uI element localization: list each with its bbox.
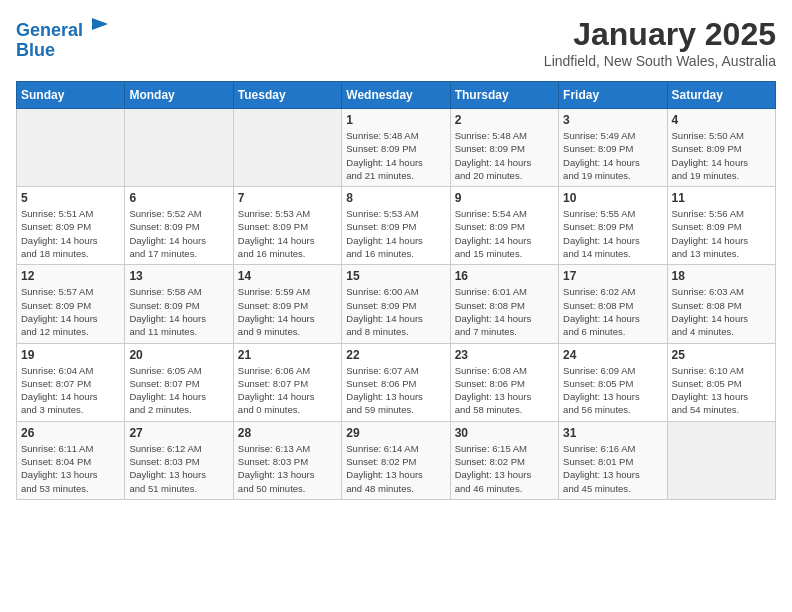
day-info: Sunrise: 5:53 AM Sunset: 8:09 PM Dayligh… [238, 207, 337, 260]
day-info: Sunrise: 6:11 AM Sunset: 8:04 PM Dayligh… [21, 442, 120, 495]
month-title: January 2025 [544, 16, 776, 53]
day-info: Sunrise: 6:14 AM Sunset: 8:02 PM Dayligh… [346, 442, 445, 495]
day-cell: 19Sunrise: 6:04 AM Sunset: 8:07 PM Dayli… [17, 343, 125, 421]
day-cell: 12Sunrise: 5:57 AM Sunset: 8:09 PM Dayli… [17, 265, 125, 343]
col-thursday: Thursday [450, 82, 558, 109]
col-monday: Monday [125, 82, 233, 109]
day-number: 22 [346, 348, 445, 362]
week-row-2: 12Sunrise: 5:57 AM Sunset: 8:09 PM Dayli… [17, 265, 776, 343]
day-info: Sunrise: 6:09 AM Sunset: 8:05 PM Dayligh… [563, 364, 662, 417]
day-cell [125, 109, 233, 187]
day-number: 3 [563, 113, 662, 127]
day-cell: 6Sunrise: 5:52 AM Sunset: 8:09 PM Daylig… [125, 187, 233, 265]
day-cell: 28Sunrise: 6:13 AM Sunset: 8:03 PM Dayli… [233, 421, 341, 499]
day-cell: 7Sunrise: 5:53 AM Sunset: 8:09 PM Daylig… [233, 187, 341, 265]
day-cell: 25Sunrise: 6:10 AM Sunset: 8:05 PM Dayli… [667, 343, 775, 421]
day-cell: 4Sunrise: 5:50 AM Sunset: 8:09 PM Daylig… [667, 109, 775, 187]
svg-marker-0 [92, 18, 108, 30]
day-number: 25 [672, 348, 771, 362]
day-info: Sunrise: 6:02 AM Sunset: 8:08 PM Dayligh… [563, 285, 662, 338]
day-info: Sunrise: 6:10 AM Sunset: 8:05 PM Dayligh… [672, 364, 771, 417]
day-info: Sunrise: 6:08 AM Sunset: 8:06 PM Dayligh… [455, 364, 554, 417]
day-cell: 5Sunrise: 5:51 AM Sunset: 8:09 PM Daylig… [17, 187, 125, 265]
day-info: Sunrise: 5:49 AM Sunset: 8:09 PM Dayligh… [563, 129, 662, 182]
logo: General Blue [16, 16, 110, 61]
day-info: Sunrise: 5:51 AM Sunset: 8:09 PM Dayligh… [21, 207, 120, 260]
day-number: 30 [455, 426, 554, 440]
day-cell: 18Sunrise: 6:03 AM Sunset: 8:08 PM Dayli… [667, 265, 775, 343]
day-cell: 22Sunrise: 6:07 AM Sunset: 8:06 PM Dayli… [342, 343, 450, 421]
day-cell: 26Sunrise: 6:11 AM Sunset: 8:04 PM Dayli… [17, 421, 125, 499]
day-info: Sunrise: 6:15 AM Sunset: 8:02 PM Dayligh… [455, 442, 554, 495]
day-info: Sunrise: 5:59 AM Sunset: 8:09 PM Dayligh… [238, 285, 337, 338]
day-cell: 11Sunrise: 5:56 AM Sunset: 8:09 PM Dayli… [667, 187, 775, 265]
week-row-4: 26Sunrise: 6:11 AM Sunset: 8:04 PM Dayli… [17, 421, 776, 499]
col-friday: Friday [559, 82, 667, 109]
day-cell: 10Sunrise: 5:55 AM Sunset: 8:09 PM Dayli… [559, 187, 667, 265]
day-number: 13 [129, 269, 228, 283]
day-number: 24 [563, 348, 662, 362]
page-header: General Blue January 2025 Lindfield, New… [16, 16, 776, 69]
day-info: Sunrise: 6:06 AM Sunset: 8:07 PM Dayligh… [238, 364, 337, 417]
day-cell [233, 109, 341, 187]
day-cell: 14Sunrise: 5:59 AM Sunset: 8:09 PM Dayli… [233, 265, 341, 343]
logo-blue: Blue [16, 40, 55, 60]
week-row-0: 1Sunrise: 5:48 AM Sunset: 8:09 PM Daylig… [17, 109, 776, 187]
day-number: 9 [455, 191, 554, 205]
col-saturday: Saturday [667, 82, 775, 109]
title-block: January 2025 Lindfield, New South Wales,… [544, 16, 776, 69]
day-cell: 16Sunrise: 6:01 AM Sunset: 8:08 PM Dayli… [450, 265, 558, 343]
day-info: Sunrise: 6:07 AM Sunset: 8:06 PM Dayligh… [346, 364, 445, 417]
day-cell: 9Sunrise: 5:54 AM Sunset: 8:09 PM Daylig… [450, 187, 558, 265]
day-cell: 21Sunrise: 6:06 AM Sunset: 8:07 PM Dayli… [233, 343, 341, 421]
day-number: 5 [21, 191, 120, 205]
day-number: 18 [672, 269, 771, 283]
week-row-1: 5Sunrise: 5:51 AM Sunset: 8:09 PM Daylig… [17, 187, 776, 265]
day-cell: 15Sunrise: 6:00 AM Sunset: 8:09 PM Dayli… [342, 265, 450, 343]
day-info: Sunrise: 5:57 AM Sunset: 8:09 PM Dayligh… [21, 285, 120, 338]
col-wednesday: Wednesday [342, 82, 450, 109]
calendar-header: Sunday Monday Tuesday Wednesday Thursday… [17, 82, 776, 109]
day-number: 17 [563, 269, 662, 283]
day-info: Sunrise: 6:13 AM Sunset: 8:03 PM Dayligh… [238, 442, 337, 495]
day-number: 2 [455, 113, 554, 127]
day-info: Sunrise: 6:04 AM Sunset: 8:07 PM Dayligh… [21, 364, 120, 417]
day-cell: 24Sunrise: 6:09 AM Sunset: 8:05 PM Dayli… [559, 343, 667, 421]
calendar-body: 1Sunrise: 5:48 AM Sunset: 8:09 PM Daylig… [17, 109, 776, 500]
col-tuesday: Tuesday [233, 82, 341, 109]
day-number: 31 [563, 426, 662, 440]
header-row: Sunday Monday Tuesday Wednesday Thursday… [17, 82, 776, 109]
day-cell: 31Sunrise: 6:16 AM Sunset: 8:01 PM Dayli… [559, 421, 667, 499]
week-row-3: 19Sunrise: 6:04 AM Sunset: 8:07 PM Dayli… [17, 343, 776, 421]
day-number: 21 [238, 348, 337, 362]
day-number: 10 [563, 191, 662, 205]
day-cell [667, 421, 775, 499]
day-cell: 2Sunrise: 5:48 AM Sunset: 8:09 PM Daylig… [450, 109, 558, 187]
day-cell: 3Sunrise: 5:49 AM Sunset: 8:09 PM Daylig… [559, 109, 667, 187]
day-cell: 17Sunrise: 6:02 AM Sunset: 8:08 PM Dayli… [559, 265, 667, 343]
day-cell: 27Sunrise: 6:12 AM Sunset: 8:03 PM Dayli… [125, 421, 233, 499]
day-cell: 1Sunrise: 5:48 AM Sunset: 8:09 PM Daylig… [342, 109, 450, 187]
day-cell [17, 109, 125, 187]
day-number: 4 [672, 113, 771, 127]
day-info: Sunrise: 5:56 AM Sunset: 8:09 PM Dayligh… [672, 207, 771, 260]
day-info: Sunrise: 5:55 AM Sunset: 8:09 PM Dayligh… [563, 207, 662, 260]
day-info: Sunrise: 6:03 AM Sunset: 8:08 PM Dayligh… [672, 285, 771, 338]
day-cell: 23Sunrise: 6:08 AM Sunset: 8:06 PM Dayli… [450, 343, 558, 421]
day-number: 1 [346, 113, 445, 127]
day-info: Sunrise: 5:54 AM Sunset: 8:09 PM Dayligh… [455, 207, 554, 260]
day-number: 26 [21, 426, 120, 440]
day-info: Sunrise: 5:53 AM Sunset: 8:09 PM Dayligh… [346, 207, 445, 260]
day-info: Sunrise: 5:50 AM Sunset: 8:09 PM Dayligh… [672, 129, 771, 182]
day-cell: 30Sunrise: 6:15 AM Sunset: 8:02 PM Dayli… [450, 421, 558, 499]
day-info: Sunrise: 6:16 AM Sunset: 8:01 PM Dayligh… [563, 442, 662, 495]
day-number: 20 [129, 348, 228, 362]
day-number: 15 [346, 269, 445, 283]
day-number: 28 [238, 426, 337, 440]
day-number: 27 [129, 426, 228, 440]
col-sunday: Sunday [17, 82, 125, 109]
day-info: Sunrise: 6:05 AM Sunset: 8:07 PM Dayligh… [129, 364, 228, 417]
day-number: 7 [238, 191, 337, 205]
day-number: 14 [238, 269, 337, 283]
day-info: Sunrise: 6:00 AM Sunset: 8:09 PM Dayligh… [346, 285, 445, 338]
